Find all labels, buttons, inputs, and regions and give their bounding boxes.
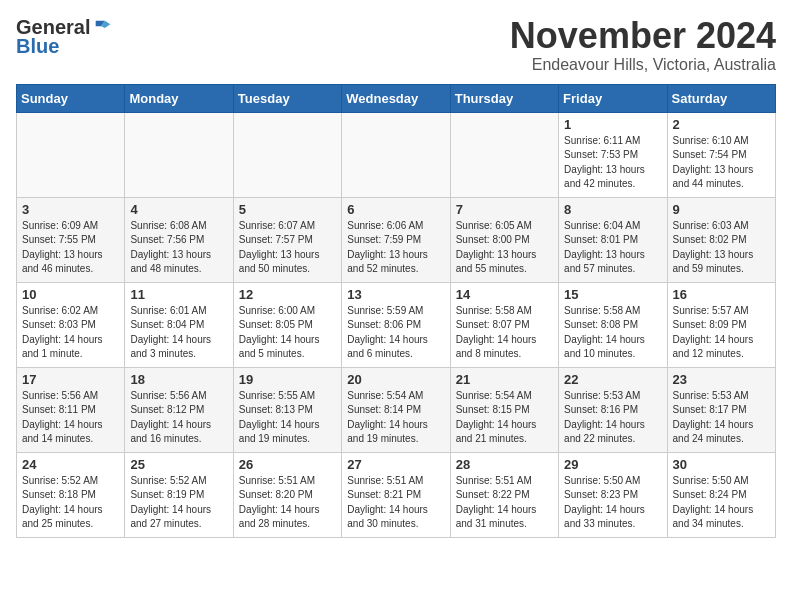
location-subtitle: Endeavour Hills, Victoria, Australia (510, 56, 776, 74)
day-info: Sunrise: 5:58 AMSunset: 8:07 PMDaylight:… (456, 304, 553, 362)
day-info: Sunrise: 6:05 AMSunset: 8:00 PMDaylight:… (456, 219, 553, 277)
day-info: Sunrise: 5:56 AMSunset: 8:11 PMDaylight:… (22, 389, 119, 447)
calendar-cell: 26Sunrise: 5:51 AMSunset: 8:20 PMDayligh… (233, 452, 341, 537)
day-info: Sunrise: 5:52 AMSunset: 8:18 PMDaylight:… (22, 474, 119, 532)
weekday-header-monday: Monday (125, 84, 233, 112)
weekday-header-sunday: Sunday (17, 84, 125, 112)
calendar-cell: 3Sunrise: 6:09 AMSunset: 7:55 PMDaylight… (17, 197, 125, 282)
day-number: 19 (239, 372, 336, 387)
calendar-cell: 20Sunrise: 5:54 AMSunset: 8:14 PMDayligh… (342, 367, 450, 452)
day-info: Sunrise: 5:56 AMSunset: 8:12 PMDaylight:… (130, 389, 227, 447)
day-number: 9 (673, 202, 770, 217)
day-number: 22 (564, 372, 661, 387)
calendar-cell (450, 112, 558, 197)
weekday-header-row: SundayMondayTuesdayWednesdayThursdayFrid… (17, 84, 776, 112)
weekday-header-wednesday: Wednesday (342, 84, 450, 112)
day-number: 27 (347, 457, 444, 472)
calendar-cell: 6Sunrise: 6:06 AMSunset: 7:59 PMDaylight… (342, 197, 450, 282)
day-number: 13 (347, 287, 444, 302)
day-number: 7 (456, 202, 553, 217)
day-info: Sunrise: 6:09 AMSunset: 7:55 PMDaylight:… (22, 219, 119, 277)
day-number: 12 (239, 287, 336, 302)
day-info: Sunrise: 5:51 AMSunset: 8:22 PMDaylight:… (456, 474, 553, 532)
calendar-cell (342, 112, 450, 197)
day-info: Sunrise: 5:53 AMSunset: 8:16 PMDaylight:… (564, 389, 661, 447)
title-section: November 2024 Endeavour Hills, Victoria,… (510, 16, 776, 74)
day-number: 14 (456, 287, 553, 302)
day-info: Sunrise: 5:54 AMSunset: 8:14 PMDaylight:… (347, 389, 444, 447)
day-number: 25 (130, 457, 227, 472)
weekday-header-thursday: Thursday (450, 84, 558, 112)
day-info: Sunrise: 6:07 AMSunset: 7:57 PMDaylight:… (239, 219, 336, 277)
logo: General Blue (16, 16, 114, 58)
calendar-cell: 29Sunrise: 5:50 AMSunset: 8:23 PMDayligh… (559, 452, 667, 537)
day-info: Sunrise: 5:51 AMSunset: 8:21 PMDaylight:… (347, 474, 444, 532)
day-info: Sunrise: 6:03 AMSunset: 8:02 PMDaylight:… (673, 219, 770, 277)
day-number: 26 (239, 457, 336, 472)
calendar-cell: 18Sunrise: 5:56 AMSunset: 8:12 PMDayligh… (125, 367, 233, 452)
calendar-cell: 14Sunrise: 5:58 AMSunset: 8:07 PMDayligh… (450, 282, 558, 367)
calendar-cell: 5Sunrise: 6:07 AMSunset: 7:57 PMDaylight… (233, 197, 341, 282)
day-number: 18 (130, 372, 227, 387)
calendar-cell: 22Sunrise: 5:53 AMSunset: 8:16 PMDayligh… (559, 367, 667, 452)
calendar-cell: 28Sunrise: 5:51 AMSunset: 8:22 PMDayligh… (450, 452, 558, 537)
day-number: 11 (130, 287, 227, 302)
calendar-cell: 10Sunrise: 6:02 AMSunset: 8:03 PMDayligh… (17, 282, 125, 367)
day-number: 6 (347, 202, 444, 217)
day-info: Sunrise: 6:06 AMSunset: 7:59 PMDaylight:… (347, 219, 444, 277)
calendar-cell: 30Sunrise: 5:50 AMSunset: 8:24 PMDayligh… (667, 452, 775, 537)
calendar-cell: 27Sunrise: 5:51 AMSunset: 8:21 PMDayligh… (342, 452, 450, 537)
day-number: 2 (673, 117, 770, 132)
calendar-cell: 9Sunrise: 6:03 AMSunset: 8:02 PMDaylight… (667, 197, 775, 282)
calendar-cell: 2Sunrise: 6:10 AMSunset: 7:54 PMDaylight… (667, 112, 775, 197)
day-info: Sunrise: 6:01 AMSunset: 8:04 PMDaylight:… (130, 304, 227, 362)
calendar-cell (125, 112, 233, 197)
calendar-cell: 12Sunrise: 6:00 AMSunset: 8:05 PMDayligh… (233, 282, 341, 367)
day-info: Sunrise: 5:54 AMSunset: 8:15 PMDaylight:… (456, 389, 553, 447)
day-info: Sunrise: 5:51 AMSunset: 8:20 PMDaylight:… (239, 474, 336, 532)
calendar-cell (233, 112, 341, 197)
day-info: Sunrise: 6:00 AMSunset: 8:05 PMDaylight:… (239, 304, 336, 362)
day-number: 21 (456, 372, 553, 387)
calendar-cell: 17Sunrise: 5:56 AMSunset: 8:11 PMDayligh… (17, 367, 125, 452)
calendar-cell: 4Sunrise: 6:08 AMSunset: 7:56 PMDaylight… (125, 197, 233, 282)
day-number: 17 (22, 372, 119, 387)
page-header: General Blue November 2024 Endeavour Hil… (16, 16, 776, 74)
day-number: 4 (130, 202, 227, 217)
calendar-cell: 19Sunrise: 5:55 AMSunset: 8:13 PMDayligh… (233, 367, 341, 452)
day-info: Sunrise: 6:10 AMSunset: 7:54 PMDaylight:… (673, 134, 770, 192)
calendar-cell: 15Sunrise: 5:58 AMSunset: 8:08 PMDayligh… (559, 282, 667, 367)
day-info: Sunrise: 6:11 AMSunset: 7:53 PMDaylight:… (564, 134, 661, 192)
calendar-week-row: 10Sunrise: 6:02 AMSunset: 8:03 PMDayligh… (17, 282, 776, 367)
day-number: 1 (564, 117, 661, 132)
logo-flag-icon (92, 17, 114, 39)
calendar-week-row: 1Sunrise: 6:11 AMSunset: 7:53 PMDaylight… (17, 112, 776, 197)
day-number: 28 (456, 457, 553, 472)
calendar-cell: 7Sunrise: 6:05 AMSunset: 8:00 PMDaylight… (450, 197, 558, 282)
day-number: 20 (347, 372, 444, 387)
calendar-cell: 24Sunrise: 5:52 AMSunset: 8:18 PMDayligh… (17, 452, 125, 537)
day-number: 16 (673, 287, 770, 302)
day-info: Sunrise: 5:50 AMSunset: 8:23 PMDaylight:… (564, 474, 661, 532)
calendar-cell: 25Sunrise: 5:52 AMSunset: 8:19 PMDayligh… (125, 452, 233, 537)
day-number: 8 (564, 202, 661, 217)
day-number: 30 (673, 457, 770, 472)
calendar-table: SundayMondayTuesdayWednesdayThursdayFrid… (16, 84, 776, 538)
day-info: Sunrise: 6:08 AMSunset: 7:56 PMDaylight:… (130, 219, 227, 277)
weekday-header-friday: Friday (559, 84, 667, 112)
day-number: 23 (673, 372, 770, 387)
calendar-week-row: 3Sunrise: 6:09 AMSunset: 7:55 PMDaylight… (17, 197, 776, 282)
logo-blue-text: Blue (16, 35, 59, 58)
day-info: Sunrise: 5:50 AMSunset: 8:24 PMDaylight:… (673, 474, 770, 532)
day-number: 10 (22, 287, 119, 302)
calendar-cell: 13Sunrise: 5:59 AMSunset: 8:06 PMDayligh… (342, 282, 450, 367)
calendar-cell (17, 112, 125, 197)
day-info: Sunrise: 5:59 AMSunset: 8:06 PMDaylight:… (347, 304, 444, 362)
day-info: Sunrise: 5:58 AMSunset: 8:08 PMDaylight:… (564, 304, 661, 362)
day-info: Sunrise: 5:57 AMSunset: 8:09 PMDaylight:… (673, 304, 770, 362)
day-number: 5 (239, 202, 336, 217)
day-info: Sunrise: 5:55 AMSunset: 8:13 PMDaylight:… (239, 389, 336, 447)
calendar-week-row: 24Sunrise: 5:52 AMSunset: 8:18 PMDayligh… (17, 452, 776, 537)
day-number: 24 (22, 457, 119, 472)
day-number: 29 (564, 457, 661, 472)
